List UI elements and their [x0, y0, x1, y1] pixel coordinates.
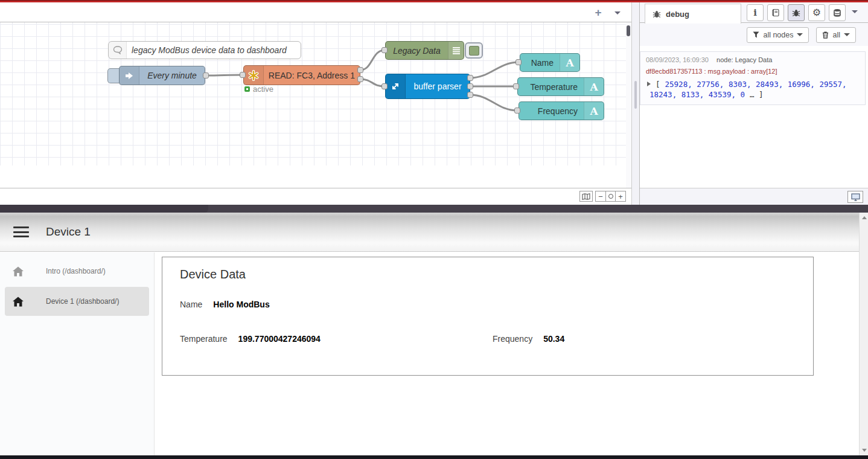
node-port[interactable]	[514, 108, 520, 114]
zoom-in-button[interactable]: +	[616, 191, 626, 202]
filter-label: all nodes	[763, 31, 793, 39]
status-text: active	[253, 85, 273, 94]
modbus-read-node[interactable]: READ: FC3, Address 1	[243, 65, 360, 85]
tab-debug[interactable]: debug	[645, 4, 741, 24]
navigator-map-button[interactable]	[579, 191, 593, 202]
sidebar-footer	[640, 188, 868, 205]
dashboard-scrollbar[interactable]	[859, 213, 868, 455]
config-tab-button[interactable]: ⚙	[808, 4, 825, 21]
ui-text-label: Temperature	[518, 78, 584, 95]
open-in-window-button[interactable]	[847, 191, 863, 203]
node-port[interactable]	[513, 83, 519, 89]
debug-message-list: 08/09/2023, 16:09:30 node: Legacy Data d…	[640, 46, 868, 188]
field-name: Name Hello ModBus	[180, 300, 270, 309]
sidebar-menu-button[interactable]	[852, 10, 858, 13]
funnel-icon	[753, 31, 759, 38]
node-port[interactable]	[467, 83, 473, 89]
bug-icon	[792, 9, 800, 17]
node-port[interactable]	[515, 59, 522, 65]
debug-toolbar: all nodes all	[640, 24, 868, 46]
dashboard-header: Device 1	[0, 213, 859, 252]
node-port[interactable]	[381, 47, 388, 53]
debug-enable-toggle[interactable]	[465, 42, 483, 59]
message-source-node: node: Legacy Data	[716, 56, 772, 63]
inject-arrow-icon	[120, 66, 139, 85]
gear-icon: ⚙	[812, 8, 821, 18]
field-value: 199.77000427246094	[238, 334, 321, 344]
node-port[interactable]	[203, 72, 209, 79]
node-red-editor: + legacy ModBus	[0, 0, 868, 205]
node-port[interactable]	[467, 75, 473, 81]
chevron-down-icon	[797, 33, 803, 36]
scroll-down-button[interactable]	[860, 445, 868, 455]
scrollbar-thumb[interactable]	[627, 25, 630, 36]
status-ring-icon	[244, 86, 250, 92]
node-port[interactable]	[357, 76, 363, 82]
field-label: Name	[180, 300, 202, 309]
zoom-reset-icon	[608, 194, 613, 199]
payload-bracket: [	[656, 80, 660, 89]
zoom-reset-button[interactable]	[605, 191, 616, 202]
debug-node[interactable]: Legacy Data	[385, 41, 464, 60]
info-tab-button[interactable]: i	[747, 4, 764, 21]
help-tab-button[interactable]	[767, 4, 784, 21]
node-port[interactable]	[357, 67, 363, 73]
debug-sidebar: debug i	[640, 2, 868, 205]
screen: + legacy ModBus	[0, 0, 868, 459]
debug-list-icon	[448, 42, 464, 59]
nav-item-intro[interactable]: Intro (/dashboard/)	[5, 257, 149, 285]
hamburger-icon	[13, 236, 29, 237]
nav-item-label: Intro (/dashboard/)	[46, 267, 106, 275]
payload-bracket: … ]	[750, 90, 764, 99]
nav-item-device1[interactable]: Device 1 (/dashboard/)	[5, 287, 149, 316]
inject-trigger-button[interactable]	[107, 68, 120, 83]
debug-tab-button[interactable]	[788, 4, 805, 21]
debug-filter-button[interactable]: all nodes	[747, 27, 809, 43]
node-port[interactable]	[381, 83, 388, 89]
window-divider-tab	[0, 205, 208, 213]
splitter-grip[interactable]	[634, 81, 637, 109]
field-frequency: Frequency 50.34	[493, 334, 564, 344]
dashboard-nav: Intro (/dashboard/) Device 1 (/dashboard…	[0, 252, 155, 455]
buffer-parser-node[interactable]: buffer parser	[385, 74, 470, 99]
node-port[interactable]	[240, 72, 246, 78]
ui-text-node-frequency[interactable]: Frequency A	[519, 101, 604, 120]
message-payload: [25928, 27756, 8303, 28493, 16996, 29557…	[646, 80, 860, 99]
inject-label: Every minute	[139, 66, 205, 85]
message-timestamp: 08/09/2023, 16:09:30	[646, 56, 709, 63]
card-title: Device Data	[180, 268, 246, 281]
hamburger-icon	[13, 231, 29, 233]
sidebar-splitter[interactable]	[631, 2, 640, 205]
context-tab-button[interactable]	[829, 4, 846, 21]
flow-canvas[interactable]: legacy ModBus device data to dashboard E…	[0, 0, 626, 165]
expand-caret-icon[interactable]	[647, 82, 651, 86]
ui-text-node-name[interactable]: Name A	[520, 53, 580, 72]
info-icon: i	[753, 7, 757, 18]
message-meta: df8ecbd817357113 : msg.payload : array[1…	[646, 68, 860, 75]
canvas-vertical-scrollbar[interactable]	[626, 22, 631, 188]
node-status: active	[244, 85, 273, 94]
chevron-down-icon	[844, 33, 850, 36]
scroll-up-button[interactable]	[860, 213, 868, 223]
field-temperature: Temperature 199.77000427246094	[180, 334, 321, 344]
triangle-down-icon	[862, 449, 867, 452]
comment-node[interactable]: legacy ModBus device data to dashboard	[108, 41, 301, 59]
node-port[interactable]	[467, 92, 473, 98]
debug-toggle-inner	[469, 46, 479, 56]
debug-message: 08/09/2023, 16:09:30 node: Legacy Data d…	[640, 51, 866, 105]
zoom-out-button[interactable]: −	[595, 191, 605, 202]
modbus-read-label: READ: FC3, Address 1	[264, 66, 360, 85]
payload-values: 25928, 27756, 8303, 28493, 16996, 29557,	[665, 80, 847, 89]
hamburger-menu-button[interactable]	[13, 226, 29, 237]
modbus-asterisk-icon	[244, 66, 264, 85]
comment-label: legacy ModBus device data to dashboard	[127, 42, 301, 59]
ui-text-label: Name	[520, 54, 560, 71]
debug-clear-button[interactable]: all	[816, 27, 856, 43]
ui-text-node-temperature[interactable]: Temperature A	[517, 77, 604, 96]
node-red-dashboard: Device 1 Intro (/dashboard/) Device 1 (/…	[0, 213, 868, 459]
ui-text-label: Frequency	[519, 102, 584, 120]
inject-node[interactable]: Every minute	[119, 66, 205, 85]
dashboard-main: Device Data Name Hello ModBus Temperatur…	[155, 252, 859, 455]
debug-node-label: Legacy Data	[386, 42, 448, 59]
text-widget-icon: A	[560, 54, 579, 71]
